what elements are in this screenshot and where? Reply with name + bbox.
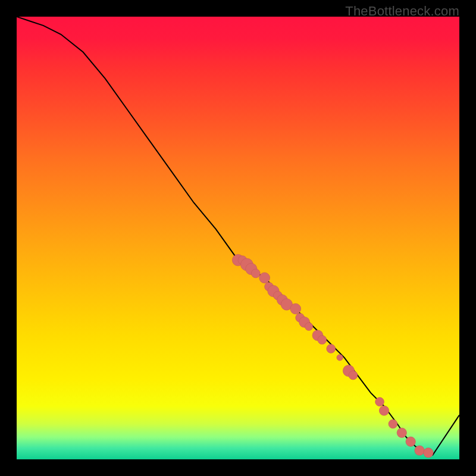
data-point: [415, 446, 424, 455]
data-point: [337, 355, 343, 361]
watermark-text: TheBottleneck.com: [345, 4, 459, 19]
data-point: [389, 419, 397, 428]
data-point: [318, 336, 327, 345]
data-point: [397, 428, 406, 437]
bottleneck-curve: [17, 17, 459, 455]
data-point: [375, 397, 384, 406]
data-points: [232, 255, 433, 458]
chart-svg: [17, 17, 459, 459]
data-point: [290, 303, 301, 314]
data-point: [327, 345, 336, 353]
data-point: [379, 406, 389, 415]
data-point: [349, 371, 358, 380]
data-point: [259, 273, 270, 283]
plot-area: [17, 17, 459, 459]
data-point: [251, 269, 260, 278]
data-point: [305, 322, 312, 330]
data-point: [424, 448, 433, 458]
data-point: [406, 437, 415, 446]
